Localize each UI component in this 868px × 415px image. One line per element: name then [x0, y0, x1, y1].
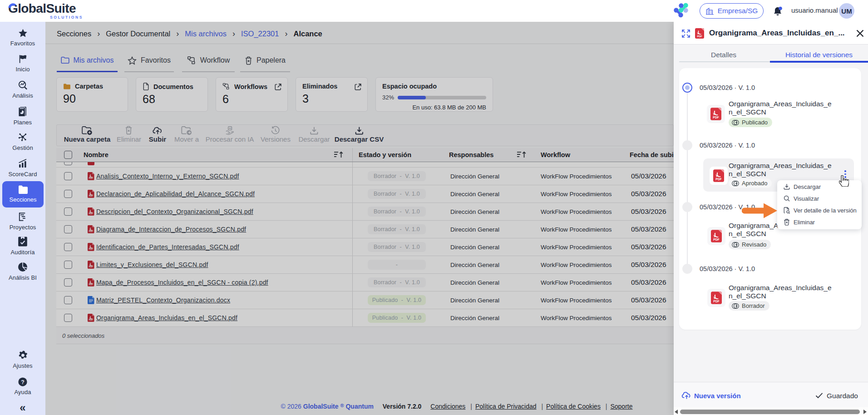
svg-text:?: ? — [21, 379, 25, 385]
svg-text:PDF: PDF — [715, 178, 721, 181]
svg-text:PDF: PDF — [713, 238, 719, 241]
svg-text:PDF: PDF — [713, 116, 719, 119]
svg-text:PDF: PDF — [713, 300, 719, 303]
svg-text:PDF: PDF — [697, 35, 702, 38]
